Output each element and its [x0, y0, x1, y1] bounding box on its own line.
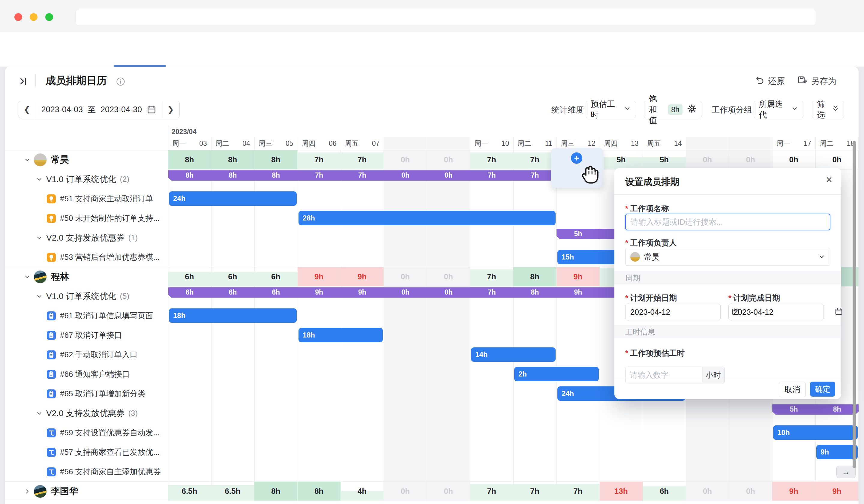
- close-icon[interactable]: ×: [826, 173, 832, 186]
- capacity-cell[interactable]: 7h: [470, 267, 513, 286]
- task-bar[interactable]: 18h: [299, 328, 383, 342]
- capacity-cell[interactable]: 9h: [298, 267, 341, 286]
- add-schedule-plus-icon[interactable]: +: [571, 152, 582, 164]
- caret-icon[interactable]: [36, 410, 43, 417]
- capacity-cell[interactable]: 7h: [513, 150, 556, 169]
- sidebar-item-row[interactable]: #50 未开始制作的订单支持...: [5, 208, 168, 228]
- sidebar-item-row[interactable]: #66 通知客户端接口: [5, 364, 168, 384]
- caret-icon[interactable]: [36, 176, 43, 183]
- cancel-button[interactable]: 取消: [779, 382, 806, 397]
- task-bar[interactable]: 28h: [299, 211, 555, 225]
- caret-icon[interactable]: [24, 274, 31, 280]
- capacity-cell[interactable]: 4h: [341, 481, 384, 501]
- window-close-button[interactable]: [14, 13, 22, 21]
- capacity-cell[interactable]: 6h: [168, 267, 211, 286]
- capacity-cell[interactable]: 7h: [470, 150, 513, 169]
- capacity-cell[interactable]: 0h: [729, 481, 772, 501]
- restore-button[interactable]: 还原: [755, 75, 785, 87]
- sidebar-item-row[interactable]: #65 取消订单增加新分类: [5, 384, 168, 404]
- capacity-cell[interactable]: 0h: [384, 267, 427, 286]
- sidebar-item-row[interactable]: #56 支持商家自主添加优惠券: [5, 462, 168, 481]
- capacity-cell[interactable]: 13h: [600, 481, 643, 501]
- capacity-cell[interactable]: 5h: [600, 150, 643, 169]
- address-input[interactable]: [76, 9, 816, 25]
- capacity-cell[interactable]: 7h: [556, 481, 600, 501]
- gear-icon[interactable]: [687, 104, 697, 116]
- task-bar[interactable]: 18h: [169, 309, 297, 323]
- capacity-cell[interactable]: 5h: [643, 150, 686, 169]
- next-range-button[interactable]: ❯: [162, 101, 179, 118]
- capacity-cell[interactable]: 7h: [513, 481, 556, 501]
- work-item-owner-select[interactable]: 常昊: [625, 248, 830, 266]
- capacity-cell[interactable]: 6h: [643, 481, 686, 501]
- capacity-cell[interactable]: 6h: [211, 267, 254, 286]
- info-icon[interactable]: [116, 77, 125, 88]
- caret-icon[interactable]: [24, 157, 31, 163]
- capacity-cell[interactable]: 6h: [254, 267, 298, 286]
- vertical-scrollbar[interactable]: [853, 141, 856, 468]
- capacity-cell[interactable]: 7h: [341, 150, 384, 169]
- stat-dimension-select[interactable]: 预估工时: [586, 101, 636, 118]
- task-bar[interactable]: 14h: [471, 347, 555, 362]
- iteration-bar[interactable]: 6h6h6h9h9h0h0h7h8h9h: [168, 287, 686, 298]
- sidebar-item-row[interactable]: #53 营销后台增加优惠券模...: [5, 248, 168, 267]
- capacity-cell[interactable]: 8h: [298, 481, 341, 501]
- plan-start-date-input[interactable]: [630, 307, 731, 317]
- window-minimize-button[interactable]: [30, 13, 37, 21]
- sidebar-group-row[interactable]: V2.0 支持发放优惠券(1): [5, 228, 168, 248]
- sidebar-item-row[interactable]: #62 手动取消订单入口: [5, 345, 168, 364]
- capacity-cell[interactable]: 9h: [341, 267, 384, 286]
- caret-icon[interactable]: [24, 488, 31, 495]
- plan-end-date-field[interactable]: [728, 304, 824, 320]
- confirm-button[interactable]: 确定: [810, 382, 835, 397]
- plan-start-date-field[interactable]: [625, 304, 721, 320]
- scroll-more-button[interactable]: →: [837, 466, 856, 478]
- capacity-cell[interactable]: 0h: [427, 150, 470, 169]
- capacity-cell[interactable]: 6.5h: [211, 481, 254, 501]
- browser-address-bar[interactable]: [75, 9, 816, 26]
- sidebar-item-row[interactable]: #51 支持商家主动取消订单: [5, 189, 168, 208]
- capacity-cell[interactable]: 0h: [686, 150, 729, 169]
- capacity-cell[interactable]: 6.5h: [168, 481, 211, 501]
- iteration-bar[interactable]: 5h8h: [772, 405, 859, 415]
- capacity-cell[interactable]: 0h: [384, 481, 427, 501]
- sidebar-item-row[interactable]: #59 支持设置优惠券自动发...: [5, 423, 168, 443]
- capacity-cell[interactable]: 0h: [815, 150, 859, 169]
- work-item-name-field[interactable]: [625, 214, 830, 230]
- capacity-cell[interactable]: 9h: [815, 481, 859, 501]
- sidebar-member-row[interactable]: 程林: [5, 267, 168, 287]
- capacity-cell[interactable]: 7h: [298, 150, 341, 169]
- sidebar-item-row[interactable]: #67 取消订单接口: [5, 325, 168, 345]
- sidebar-group-row[interactable]: V1.0 订单系统优化(2): [5, 169, 168, 189]
- sidebar-member-row[interactable]: 李国华: [5, 481, 168, 501]
- capacity-cell[interactable]: 7h: [470, 481, 513, 501]
- sidebar-group-row[interactable]: V2.0 支持发放优惠券(3): [5, 404, 168, 423]
- capacity-cell[interactable]: 0h: [686, 481, 729, 501]
- capacity-cell[interactable]: 8h: [254, 150, 298, 169]
- caret-icon[interactable]: [36, 235, 43, 241]
- date-range-display[interactable]: 2023-04-03 至 2023-04-30: [36, 101, 162, 118]
- iteration-bar[interactable]: 8h8h8h7h7h0h0h7h7h: [168, 170, 556, 181]
- sidebar-member-row[interactable]: 常昊: [5, 150, 168, 169]
- prev-range-button[interactable]: ❮: [18, 101, 36, 118]
- task-bar[interactable]: 2h: [514, 367, 599, 381]
- capacity-cell[interactable]: 0h: [427, 267, 470, 286]
- sidebar-item-row[interactable]: #57 支持商家查看已发放优...: [5, 443, 168, 462]
- window-zoom-button[interactable]: [45, 13, 53, 21]
- task-bar[interactable]: 24h: [169, 191, 297, 206]
- collapse-sidebar-icon[interactable]: [18, 75, 29, 88]
- filter-button[interactable]: 筛选: [812, 101, 844, 118]
- capacity-cell[interactable]: 9h: [556, 267, 600, 286]
- capacity-cell[interactable]: 8h: [211, 150, 254, 169]
- capacity-cell[interactable]: 0h: [772, 150, 815, 169]
- sidebar-item-row[interactable]: #61 取消订单信息填写页面: [5, 306, 168, 325]
- capacity-cell[interactable]: 8h: [513, 267, 556, 286]
- capacity-cell[interactable]: 0h: [729, 150, 772, 169]
- task-bar[interactable]: 10h: [773, 425, 858, 440]
- capacity-cell[interactable]: 0h: [384, 150, 427, 169]
- capacity-cell[interactable]: 9h: [772, 481, 815, 501]
- capacity-cell[interactable]: 8h: [168, 150, 211, 169]
- capacity-cell[interactable]: 0h: [427, 481, 470, 501]
- capacity-cell[interactable]: 8h: [254, 481, 298, 501]
- save-as-button[interactable]: 另存为: [797, 75, 837, 87]
